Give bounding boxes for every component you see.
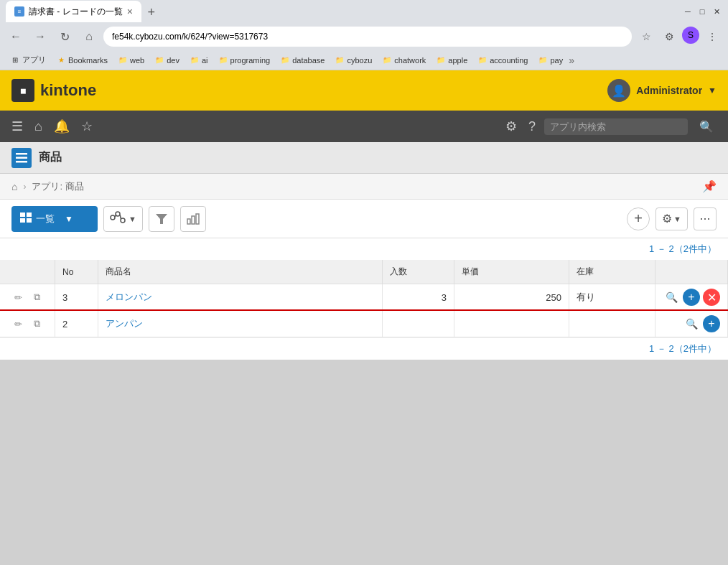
settings-button[interactable]: ⚙ ▼ [655, 207, 688, 230]
bookmark-apps[interactable]: ⊞ アプリ [6, 53, 50, 67]
tab-close-button[interactable]: × [127, 6, 133, 17]
view-main[interactable]: 一覧 ▼ [11, 213, 98, 225]
hamburger-menu-icon[interactable]: ☰ [9, 116, 26, 137]
bookmark-web[interactable]: 📁 web [113, 54, 149, 67]
bookmark-programing-label: programing [230, 56, 271, 65]
bookmark-pay[interactable]: 📁 pay [533, 54, 567, 67]
row2-name: アンパン [98, 311, 383, 337]
view-dropdown-arrow[interactable]: ▼ [65, 214, 73, 224]
table-row: ✏ ⧉ 3 メロンパン 3 [0, 284, 728, 311]
row2-actions: 🔍 + [655, 311, 728, 337]
tab-favicon: ≡ [14, 6, 24, 17]
help-icon[interactable]: ? [526, 116, 538, 137]
pin-icon[interactable]: 📌 [702, 179, 717, 193]
bookmarks-more-button[interactable]: » [569, 55, 574, 66]
reload-button[interactable]: ↻ [55, 27, 75, 47]
bookmark-accounting[interactable]: 📁 accounting [473, 54, 532, 67]
records-table: No 商品名 入数 単価 在庫 [0, 260, 728, 337]
bookmark-apple[interactable]: 📁 apple [431, 54, 472, 67]
search-button[interactable]: 🔍 [694, 117, 719, 136]
tab-favicon-icon: ≡ [18, 9, 22, 15]
svg-rect-3 [20, 213, 25, 217]
bookmark-chatwork[interactable]: 📁 chatwork [378, 54, 430, 67]
row2-qty [383, 311, 454, 337]
bell-icon[interactable]: 🔔 [51, 116, 73, 137]
pagination-top: 1 － 2（2件中） [0, 238, 728, 260]
graph-dropdown-arrow[interactable]: ▼ [129, 215, 136, 223]
title-bar: ≡ 請求書 - レコードの一覧 × + ─ □ ✕ [0, 0, 728, 23]
graph-button[interactable]: ▼ [103, 206, 143, 232]
browser-avatar-letter: S [688, 30, 694, 40]
menu-button[interactable]: ⋮ [702, 27, 722, 47]
tab-bar: ≡ 請求書 - レコードの一覧 × + [6, 1, 162, 22]
admin-dropdown-arrow[interactable]: ▼ [708, 85, 717, 95]
maximize-button[interactable]: □ [696, 6, 708, 17]
filter-button[interactable] [149, 206, 174, 232]
th-qty: 入数 [383, 260, 454, 284]
row1-add-button[interactable]: + [683, 289, 700, 306]
gear-icon[interactable]: ⚙ [503, 116, 520, 137]
kintone-header: ◼ kintone 👤 Administrator ▼ [0, 70, 728, 111]
address-bar: ← → ↻ ⌂ ☆ ⚙ S ⋮ [0, 23, 728, 50]
table-view-icon [20, 213, 32, 225]
add-record-button[interactable]: + [627, 207, 650, 230]
breadcrumb-home-icon[interactable]: ⌂ [11, 181, 17, 192]
bookmark-cybozu[interactable]: 📁 cybozu [330, 54, 376, 67]
row1-search-button[interactable]: 🔍 [663, 289, 680, 306]
new-tab-button[interactable]: + [141, 2, 162, 22]
apps-icon: ⊞ [10, 55, 20, 65]
close-button[interactable]: ✕ [711, 6, 722, 17]
bookmark-database[interactable]: 📁 database [276, 54, 329, 67]
title-bar-left: ≡ 請求書 - レコードの一覧 × + [6, 1, 162, 22]
bookmark-pay-label: pay [550, 56, 563, 65]
address-icons: ☆ ⚙ S ⋮ [636, 27, 722, 47]
kintone-main: 商品 ⌂ › アプリ: 商品 📌 [0, 142, 728, 360]
chart-button[interactable] [180, 206, 206, 232]
back-button[interactable]: ← [6, 27, 26, 47]
row1-remove-button[interactable]: ✕ [703, 289, 720, 306]
table-container: No 商品名 入数 単価 在庫 [0, 260, 728, 337]
bookmark-programing[interactable]: 📁 programing [214, 54, 275, 67]
th-no: No [55, 260, 98, 284]
svg-rect-1 [16, 157, 27, 159]
address-input[interactable] [103, 27, 632, 47]
browser-chrome: ≡ 請求書 - レコードの一覧 × + ─ □ ✕ ← → ↻ ⌂ ☆ ⚙ S [0, 0, 728, 70]
table-row: ✏ ⧉ 2 アンパン [0, 311, 728, 337]
folder-icon: 📁 [280, 55, 290, 65]
extensions-button[interactable]: ⚙ [659, 27, 679, 47]
bookmark-bookmarks[interactable]: ★ Bookmarks [52, 54, 112, 67]
home-button[interactable]: ⌂ [79, 27, 99, 47]
row2-edit-icon[interactable]: ✏ [10, 316, 26, 332]
row1-copy-icon[interactable]: ⧉ [29, 289, 45, 305]
browser-tab[interactable]: ≡ 請求書 - レコードの一覧 × [6, 1, 141, 22]
row2-copy-icon[interactable]: ⧉ [29, 316, 45, 332]
forward-button[interactable]: → [30, 27, 50, 47]
svg-rect-14 [192, 216, 195, 224]
bottom-background [0, 360, 728, 541]
folder-icon: 📁 [436, 55, 446, 65]
bookmark-dev[interactable]: 📁 dev [150, 54, 184, 67]
home-nav-icon[interactable]: ⌂ [32, 116, 45, 137]
row1-no: 3 [55, 284, 98, 311]
bookmark-bookmarks-label: Bookmarks [68, 56, 108, 65]
row2-stock [569, 311, 655, 337]
row2-price [454, 311, 569, 337]
bookmark-star-button[interactable]: ☆ [636, 27, 656, 47]
svg-line-10 [115, 215, 116, 217]
th-row-buttons [655, 260, 728, 284]
svg-marker-12 [156, 214, 167, 224]
view-selector[interactable]: 一覧 ▼ [11, 206, 98, 232]
browser-user-avatar[interactable]: S [682, 27, 699, 44]
minimize-button[interactable]: ─ [682, 6, 694, 17]
search-input[interactable] [550, 121, 682, 132]
row1-edit-icon[interactable]: ✏ [10, 289, 26, 305]
row2-search-button[interactable]: 🔍 [683, 315, 700, 332]
row2-add-button[interactable]: + [703, 315, 720, 332]
svg-rect-5 [20, 218, 25, 223]
row1-name: メロンパン [98, 284, 383, 311]
bookmark-ai[interactable]: 📁 ai [185, 54, 213, 67]
more-options-button[interactable]: ··· [694, 207, 717, 230]
header-right: 👤 Administrator ▼ [607, 79, 717, 102]
star-nav-icon[interactable]: ☆ [78, 116, 95, 137]
bookmark-chatwork-label: chatwork [394, 56, 426, 65]
